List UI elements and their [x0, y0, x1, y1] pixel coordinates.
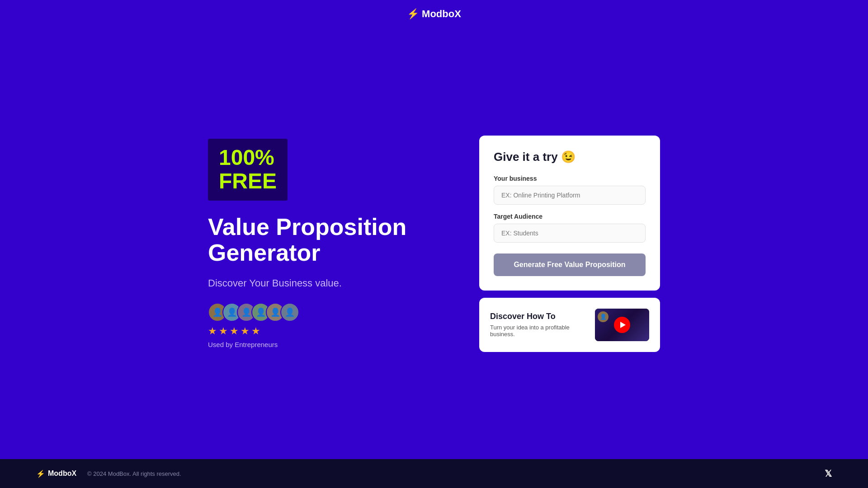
- hero-section: 100% FREE Value Proposition Generator Di…: [208, 139, 443, 349]
- main-content: 100% FREE Value Proposition Generator Di…: [0, 28, 868, 459]
- star-rating: ★ ★ ★ ★ ★: [208, 325, 443, 337]
- discover-text-block: Discover How To Turn your idea into a pr…: [490, 312, 588, 338]
- business-input[interactable]: [494, 186, 646, 205]
- business-field-group: Your business: [494, 175, 646, 205]
- hero-subtitle: Discover Your Business value.: [208, 277, 443, 289]
- hero-title: Value Proposition Generator: [208, 214, 443, 266]
- avatar: 👤: [280, 303, 299, 322]
- generate-button[interactable]: Generate Free Value Proposition: [494, 253, 646, 276]
- footer-copyright: © 2024 ModBox. All rights reserved.: [87, 470, 181, 477]
- badge-line1: 100%: [219, 146, 277, 170]
- footer-logo[interactable]: ⚡ ModboX: [36, 469, 76, 478]
- x-social-link[interactable]: 𝕏: [825, 468, 832, 479]
- footer-lightning-icon: ⚡: [36, 469, 45, 478]
- right-panel: Give it a try 😉 Your business Target Aud…: [479, 136, 660, 352]
- discover-subtitle: Turn your idea into a profitable busines…: [490, 324, 588, 338]
- header-logo[interactable]: ⚡ ModboX: [407, 8, 461, 20]
- video-thumbnail[interactable]: 👤: [595, 309, 649, 341]
- star-3: ★: [230, 325, 239, 337]
- audience-label: Target Audience: [494, 213, 646, 220]
- audience-input[interactable]: [494, 224, 646, 243]
- logo-text: ModboX: [422, 8, 461, 20]
- business-label: Your business: [494, 175, 646, 182]
- social-proof: 👤 👤 👤 👤 👤 👤 ★ ★ ★ ★ ★ Used by Entreprene…: [208, 303, 443, 348]
- badge-line2: FREE: [219, 169, 277, 193]
- form-card-title: Give it a try 😉: [494, 150, 646, 164]
- footer-logo-text: ModboX: [48, 469, 76, 478]
- footer: ⚡ ModboX © 2024 ModBox. All rights reser…: [0, 459, 868, 488]
- play-icon: [620, 322, 626, 328]
- footer-left: ⚡ ModboX © 2024 ModBox. All rights reser…: [36, 469, 181, 478]
- star-5: ★: [251, 325, 260, 337]
- star-2: ★: [219, 325, 228, 337]
- header: ⚡ ModboX: [0, 0, 868, 28]
- discover-title: Discover How To: [490, 312, 588, 321]
- free-badge: 100% FREE: [208, 139, 288, 201]
- lightning-icon: ⚡: [407, 8, 419, 20]
- star-1: ★: [208, 325, 217, 337]
- form-card: Give it a try 😉 Your business Target Aud…: [479, 136, 660, 291]
- discover-card: Discover How To Turn your idea into a pr…: [479, 298, 660, 352]
- star-4: ★: [241, 325, 250, 337]
- play-button[interactable]: [614, 317, 630, 333]
- avatars-row: 👤 👤 👤 👤 👤 👤: [208, 303, 443, 322]
- used-by-text: Used by Entrepreneurs: [208, 341, 443, 348]
- audience-field-group: Target Audience: [494, 213, 646, 243]
- video-play-area: [595, 317, 649, 333]
